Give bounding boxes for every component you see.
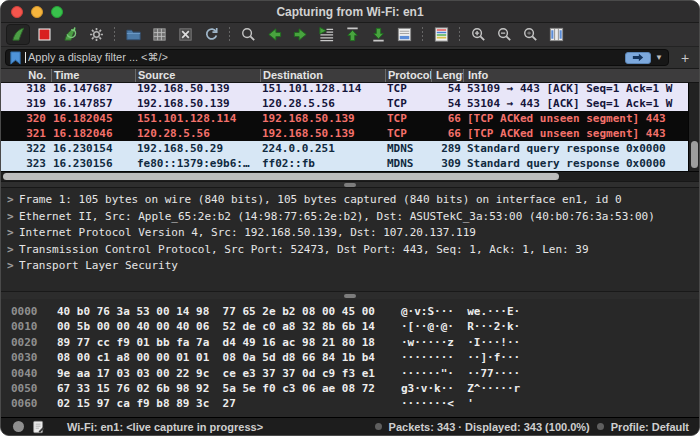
capture-comment-icon[interactable] (32, 420, 45, 434)
splitter-grip[interactable] (344, 183, 356, 187)
chevron-right-icon[interactable]: > (7, 242, 19, 259)
zoom-in-button[interactable] (466, 24, 490, 45)
goto-packet-icon (318, 26, 335, 43)
folder-icon (125, 26, 142, 43)
auto-scroll-button[interactable] (392, 24, 416, 45)
find-packet-button[interactable] (236, 24, 260, 45)
column-header-protocol[interactable]: Protocol (385, 69, 431, 82)
go-back-button[interactable] (262, 24, 286, 45)
hex-row-0050[interactable]: 005067 33 15 76 02 6b 98 92 5a 5e f0 c3 … (11, 381, 699, 396)
profile-label[interactable]: Profile: Default (611, 421, 689, 433)
wireshark-window: Capturing from Wi-Fi: en1 Apply a displa… (0, 0, 700, 436)
packet-list-vertical-scrollbar[interactable] (688, 83, 699, 171)
packet-cell: 54 (431, 83, 463, 96)
hex-row-0040[interactable]: 00409e aa 17 03 03 00 22 9c ce e3 37 37 … (11, 366, 699, 381)
arrow-up-bar-icon (344, 26, 361, 43)
packet-list-horizontal-scrollbar[interactable] (1, 171, 699, 181)
packet-row-319[interactable]: 31916.147857192.168.50.139120.28.5.56TCP… (1, 96, 688, 111)
detail-line-0[interactable]: >Frame 1: 105 bytes on wire (840 bits), … (7, 192, 699, 209)
apply-filter-button[interactable] (625, 52, 651, 64)
go-forward-button[interactable] (288, 24, 312, 45)
resize-columns-icon (548, 26, 565, 43)
packet-row-323[interactable]: 32316.230156fe80::1379:e9b6:…ff02::fbMDN… (1, 156, 688, 171)
chevron-right-icon[interactable]: > (7, 258, 19, 275)
pane-splitter[interactable] (1, 291, 699, 299)
chevron-right-icon[interactable]: > (7, 225, 19, 242)
title-bar: Capturing from Wi-Fi: en1 (1, 1, 699, 23)
bookmark-icon[interactable] (9, 51, 22, 65)
detail-line-2[interactable]: >Internet Protocol Version 4, Src: 192.1… (7, 225, 699, 242)
hex-row-0060[interactable]: 006002 15 97 ca f9 b8 89 3c 27·······< ' (11, 396, 699, 407)
packet-row-321[interactable]: 32116.182046120.28.5.56192.168.50.139TCP… (1, 126, 688, 141)
text-caret (25, 52, 26, 63)
column-header-time[interactable]: Time (51, 69, 135, 82)
splitter-grip[interactable] (344, 294, 356, 298)
column-header-destination[interactable]: Destination (260, 69, 385, 82)
packet-cell: 192.168.50.139 (135, 83, 260, 96)
arrow-down-bar-icon (370, 26, 387, 43)
packet-cell: 321 (1, 126, 51, 141)
zoom-reset-icon (522, 26, 539, 43)
open-capture-button[interactable] (121, 24, 145, 45)
detail-line-1[interactable]: >Ethernet II, Src: Apple_65:2e:b2 (14:98… (7, 209, 699, 226)
hex-offset: 0040 (11, 366, 47, 381)
toolbar-separator (114, 27, 115, 43)
go-last-packet-button[interactable] (366, 24, 390, 45)
hex-row-0020[interactable]: 002089 77 cc f9 01 bb fa 7a d4 49 16 ac … (11, 335, 699, 350)
close-icon (177, 26, 194, 43)
packet-cell: [TCP ACKed unseen segment] 443 (463, 126, 688, 141)
packet-cell: 66 (431, 111, 463, 126)
hex-row-0010[interactable]: 001000 5b 00 00 40 00 40 06 52 de c0 a8 … (11, 319, 699, 334)
packet-cell: 120.28.5.56 (260, 96, 385, 111)
capture-options-button[interactable] (84, 24, 108, 45)
packet-row-322[interactable]: 32216.230154192.168.50.29224.0.0.251MDNS… (1, 141, 688, 156)
hex-ascii: ·w·····z ·I···!·· (383, 335, 520, 350)
packet-cell: 309 (431, 156, 463, 171)
toolbar-separator (422, 27, 423, 43)
column-header-source[interactable]: Source (135, 69, 260, 82)
display-filter-input[interactable]: Apply a display filter ... <⌘/> ▼ (5, 49, 669, 66)
hex-row-0000[interactable]: 000040 b0 76 3a 53 00 14 98 77 65 2e b2 … (11, 304, 699, 319)
start-capture-button[interactable] (6, 24, 30, 45)
detail-line-4[interactable]: >Transport Layer Security (7, 258, 699, 275)
packet-cell: Standard query response 0x0000 (463, 156, 688, 171)
resize-columns-button[interactable] (544, 24, 568, 45)
go-first-packet-button[interactable] (340, 24, 364, 45)
scrollbar-thumb[interactable] (691, 141, 698, 168)
chevron-right-icon[interactable]: > (7, 192, 19, 209)
restart-capture-button[interactable] (58, 24, 82, 45)
minimize-window-button[interactable] (31, 6, 43, 18)
detail-line-3[interactable]: >Transmission Control Protocol, Src Port… (7, 242, 699, 259)
hex-offset: 0030 (11, 350, 47, 365)
column-header-no[interactable]: No. (1, 69, 51, 82)
column-header-info[interactable]: Info (463, 69, 699, 82)
zoom-out-button[interactable] (492, 24, 516, 45)
detail-text: Transport Layer Security (19, 259, 178, 272)
detail-text: Frame 1: 105 bytes on wire (840 bits), 1… (19, 193, 622, 206)
scrollbar-thumb[interactable] (3, 173, 559, 180)
stop-capture-button[interactable] (32, 24, 56, 45)
reload-capture-button[interactable] (199, 24, 223, 45)
pane-splitter[interactable] (1, 181, 699, 188)
maximize-window-button[interactable] (51, 6, 63, 18)
filter-dropdown-icon[interactable]: ▼ (655, 53, 663, 62)
chevron-right-icon[interactable]: > (7, 209, 19, 226)
packet-cell: 16.182045 (51, 111, 135, 126)
go-to-packet-button[interactable] (314, 24, 338, 45)
column-header-length[interactable]: Length (431, 69, 463, 82)
packet-row-320[interactable]: 32016.182045151.101.128.114192.168.50.13… (1, 111, 688, 126)
packet-cell: 323 (1, 156, 51, 171)
reload-icon (203, 26, 220, 43)
expert-info-icon[interactable] (13, 421, 24, 432)
packet-row-318[interactable]: 31816.147687192.168.50.139151.101.128.11… (1, 83, 688, 96)
close-window-button[interactable] (11, 6, 23, 18)
add-filter-button[interactable]: + (675, 49, 695, 67)
zoom-reset-button[interactable] (518, 24, 542, 45)
save-capture-button[interactable] (147, 24, 171, 45)
close-capture-button[interactable] (173, 24, 197, 45)
hex-row-0030[interactable]: 003008 00 c1 a8 00 00 01 01 08 0a 5d d8 … (11, 350, 699, 365)
hex-bytes: 08 00 c1 a8 00 00 01 01 08 0a 5d d8 66 8… (47, 350, 383, 365)
colorize-button[interactable] (429, 24, 453, 45)
packet-cell: fe80::1379:e9b6:… (135, 156, 260, 171)
packet-cell: MDNS (385, 156, 431, 171)
